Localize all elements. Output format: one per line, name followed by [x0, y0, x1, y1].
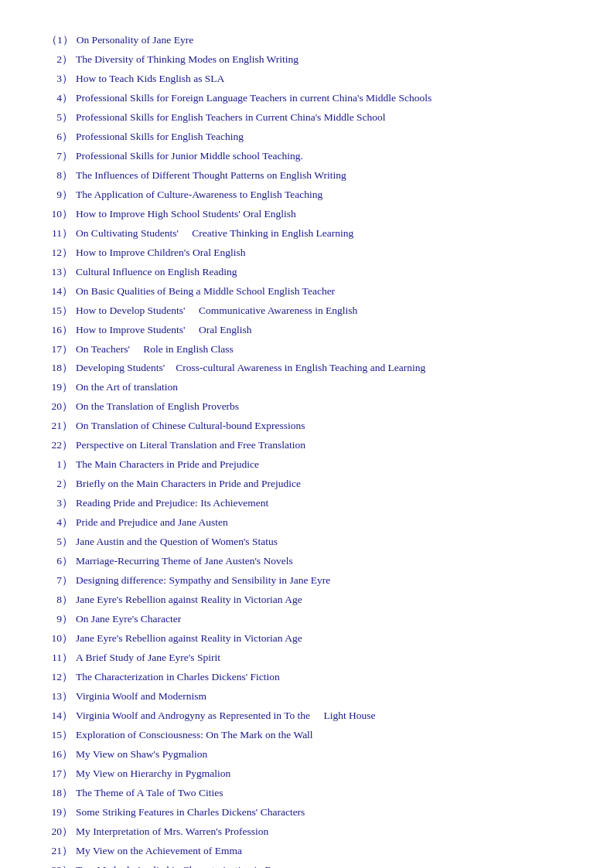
list-number: 16） [46, 745, 76, 764]
list-text: Professional Skills for English Teaching [76, 128, 568, 147]
list-number: 5） [46, 533, 76, 552]
list-number: 13） [46, 263, 76, 282]
list-item: 20）My Interpretation of Mrs. Warren's Pr… [46, 822, 568, 842]
list-item: 10）How to Improve High School Students' … [46, 205, 568, 224]
list-text: My Interpretation of Mrs. Warren's Profe… [76, 822, 568, 842]
list-number: 11） [46, 648, 76, 668]
list-text: On the Translation of English Proverbs [76, 397, 568, 417]
list-number: 4） [46, 513, 76, 533]
list-text: The Diversity of Thinking Modes on Engli… [76, 50, 568, 70]
list-text: Perspective on Literal Translation and F… [76, 436, 568, 455]
list-item: 22）Two Methods Applied in Characterizati… [46, 861, 568, 868]
list-item: 8）Jane Eyre's Rebellion against Reality … [46, 591, 568, 610]
list-item: 7）Professional Skills for Junior Middle … [46, 147, 568, 166]
list-item: 11）On Cultivating Students' Creative Thi… [46, 224, 568, 243]
list-number: 7） [46, 147, 76, 166]
list-item: 13）Cultural Influence on English Reading [46, 263, 568, 282]
list-text: The Theme of A Tale of Two Cities [76, 784, 568, 803]
list-text: A Brief Study of Jane Eyre's Spirit [76, 648, 568, 668]
list-item: 2）Briefly on the Main Characters in Prid… [46, 475, 568, 494]
list-text: Exploration of Consciousness: On The Mar… [76, 726, 568, 745]
list-item: 4）Professional Skills for Foreign Langua… [46, 89, 568, 108]
content-list: （1）On Personality of Jane Eyre2）The Dive… [46, 31, 568, 868]
list-item: 21）On Translation of Chinese Cultural-bo… [46, 417, 568, 436]
list-item: 9）The Application of Culture-Awareness t… [46, 186, 568, 205]
list-item: 2）The Diversity of Thinking Modes on Eng… [46, 50, 568, 70]
list-text: Some Striking Features in Charles Dicken… [76, 803, 568, 822]
list-number: 17） [46, 340, 76, 359]
list-item: 12）How to Improve Children's Oral Englis… [46, 243, 568, 263]
list-number: 9） [46, 610, 76, 629]
list-item: 20）On the Translation of English Proverb… [46, 397, 568, 417]
list-item: 7）Designing difference: Sympathy and Sen… [46, 571, 568, 591]
list-text: The Application of Culture-Awareness to … [76, 186, 568, 205]
list-item: 5）Jane Austin and the Question of Women'… [46, 533, 568, 552]
list-text: Two Methods Applied in Characterization … [76, 861, 568, 868]
list-number: 9） [46, 186, 76, 205]
list-item: 16）My View on Shaw's Pygmalion [46, 745, 568, 764]
list-number: 18） [46, 359, 76, 378]
list-item: 18）Developing Students' Cross-cultural A… [46, 359, 568, 378]
list-number: 12） [46, 243, 76, 263]
list-number: 19） [46, 378, 76, 397]
list-number: 8） [46, 166, 76, 186]
list-text: On Cultivating Students' Creative Thinki… [76, 224, 568, 243]
list-number: 22） [46, 861, 76, 868]
list-text: Designing difference: Sympathy and Sensi… [76, 571, 568, 591]
list-item: 15）Exploration of Consciousness: On The … [46, 726, 568, 745]
list-number: 12） [46, 668, 76, 687]
list-number: 10） [46, 205, 76, 224]
list-text: Reading Pride and Prejudice: Its Achieve… [76, 494, 568, 513]
list-text: Marriage-Recurring Theme of Jane Austen'… [76, 552, 568, 571]
list-number: 20） [46, 822, 76, 842]
list-number: 2） [46, 475, 76, 494]
list-number: 6） [46, 552, 76, 571]
list-item: 14）Virginia Woolf and Androgyny as Repre… [46, 706, 568, 726]
list-text: Virginia Woolf and Modernism [76, 687, 568, 706]
list-item: 17）My View on Hierarchy in Pygmalion [46, 764, 568, 784]
list-number: 10） [46, 629, 76, 648]
list-text: Professional Skills for English Teachers… [76, 108, 568, 128]
list-item: 14）On Basic Qualities of Being a Middle … [46, 282, 568, 301]
list-number: 22） [46, 436, 76, 455]
list-item: 19）Some Striking Features in Charles Dic… [46, 803, 568, 822]
list-number: 15） [46, 301, 76, 321]
list-text: Jane Eyre's Rebellion against Reality in… [76, 591, 568, 610]
list-item: 15）How to Develop Students' Communicativ… [46, 301, 568, 321]
list-text: Cultural Influence on English Reading [76, 263, 568, 282]
list-number: 14） [46, 282, 76, 301]
list-text: My View on the Achievement of Emma [76, 842, 568, 861]
list-number: 18） [46, 784, 76, 803]
list-number: 7） [46, 571, 76, 591]
list-item: 19）On the Art of translation [46, 378, 568, 397]
list-number: 21） [46, 417, 76, 436]
list-text: Virginia Woolf and Androgyny as Represen… [76, 706, 568, 726]
list-item: 10）Jane Eyre's Rebellion against Reality… [46, 629, 568, 648]
list-number: 15） [46, 726, 76, 745]
list-text: On Personality of Jane Eyre [77, 31, 568, 50]
list-item: 18）The Theme of A Tale of Two Cities [46, 784, 568, 803]
list-text: The Influences of Different Thought Patt… [76, 166, 568, 186]
list-item: 22）Perspective on Literal Translation an… [46, 436, 568, 455]
list-text: Professional Skills for Junior Middle sc… [76, 147, 568, 166]
list-number: （1） [46, 31, 77, 50]
list-text: How to Improve High School Students' Ora… [76, 205, 568, 224]
list-text: On the Art of translation [76, 378, 568, 397]
list-text: On Jane Eyre's Character [76, 610, 568, 629]
list-text: The Characterization in Charles Dickens'… [76, 668, 568, 687]
list-item: 6）Professional Skills for English Teachi… [46, 128, 568, 147]
list-number: 1） [46, 455, 76, 475]
list-text: How to Teach Kids English as SLA [76, 70, 568, 89]
list-item: 4）Pride and Prejudice and Jane Austen [46, 513, 568, 533]
list-item: 3）Reading Pride and Prejudice: Its Achie… [46, 494, 568, 513]
list-text: Professional Skills for Foreign Language… [76, 89, 568, 108]
list-text: On Teachers' Role in English Class [76, 340, 568, 359]
list-text: On Translation of Chinese Cultural-bound… [76, 417, 568, 436]
list-item: 21）My View on the Achievement of Emma [46, 842, 568, 861]
list-text: How to Develop Students' Communicative A… [76, 301, 568, 321]
list-item: 8）The Influences of Different Thought Pa… [46, 166, 568, 186]
list-item: 6）Marriage-Recurring Theme of Jane Auste… [46, 552, 568, 571]
list-text: My View on Shaw's Pygmalion [76, 745, 568, 764]
list-text: Pride and Prejudice and Jane Austen [76, 513, 568, 533]
list-number: 5） [46, 108, 76, 128]
